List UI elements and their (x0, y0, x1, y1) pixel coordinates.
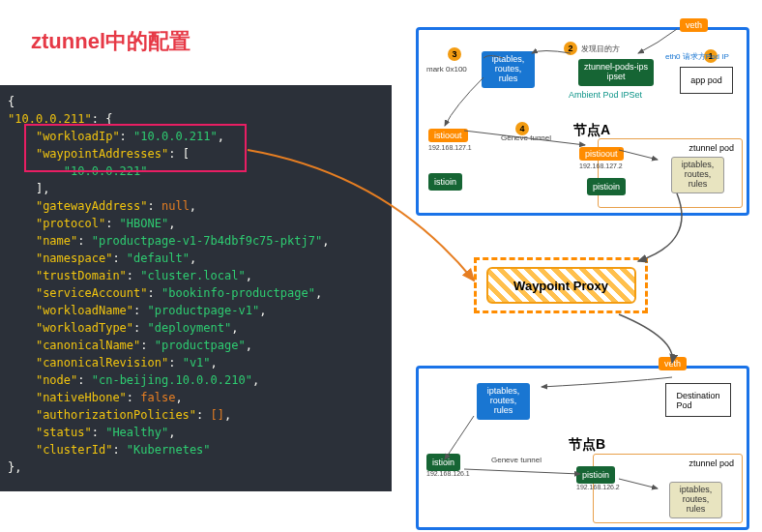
waypoint-proxy: Waypoint Proxy (474, 257, 648, 313)
iptables-zt-b: iptables, routes, rules (669, 482, 722, 518)
istioin-a: istioin (428, 173, 462, 191)
istioin-b: istioin (426, 454, 460, 471)
ztunnel-pod-b: ztunnel pod pistioin 192.168.126.2 iptab… (593, 454, 743, 523)
ip-b-1: 192.168.126.1 (426, 470, 470, 477)
step-2: 2 (564, 42, 577, 55)
node-b-label: 节点B (569, 436, 605, 454)
ambient-label: Ambient Pod IPSet (569, 90, 642, 100)
ztunnel-ips: ztunnel-pods-ips ipset (578, 59, 654, 86)
pistioin-b: pistioin (576, 466, 615, 484)
ip-out-1: 192.168.127.1 (428, 144, 472, 151)
ztunnel-pod-a: ztunnel pod pistioout 192.168.127.2 pist… (598, 138, 743, 208)
geneve-a: Geneve tunnel (501, 133, 551, 142)
ip-out-2: 192.168.127.2 (579, 163, 623, 169)
pistioin-a: pistioin (587, 178, 626, 195)
iptables-b: iptables, routes, rules (477, 383, 530, 420)
istioout: istioout (428, 129, 468, 142)
geneve-b: Geneve tunnel (491, 456, 542, 464)
dest-pod: Destination Pod (665, 383, 731, 417)
find-label: 发现目的方 (581, 44, 620, 54)
waypoint-highlight (24, 124, 247, 172)
veth-box-a: veth (680, 18, 708, 32)
ip-b-2: 192.168.126.2 (576, 484, 620, 490)
node-b-container: 节点B veth Destination Pod iptables, route… (416, 366, 749, 530)
node-a-container: 节点A veth 1 eth0 请求方Pod IP app pod 2 发现目的… (416, 27, 749, 216)
node-a-label: 节点A (573, 122, 610, 139)
step-3: 3 (448, 47, 461, 61)
mark-label: mark 0x100 (426, 65, 467, 74)
waypoint-label: Waypoint Proxy (513, 279, 608, 293)
iptables-zt-a: iptables, routes, rules (671, 157, 724, 193)
pistioout: pistioout (579, 147, 624, 161)
diagram-title: ztunnel中的配置 (31, 27, 190, 56)
app-pod: app pod (680, 67, 733, 94)
iptables-a: iptables, routes, rules (482, 51, 535, 88)
veth-box-b: veth (659, 357, 687, 370)
eth0-label: eth0 请求方Pod IP (665, 51, 729, 62)
